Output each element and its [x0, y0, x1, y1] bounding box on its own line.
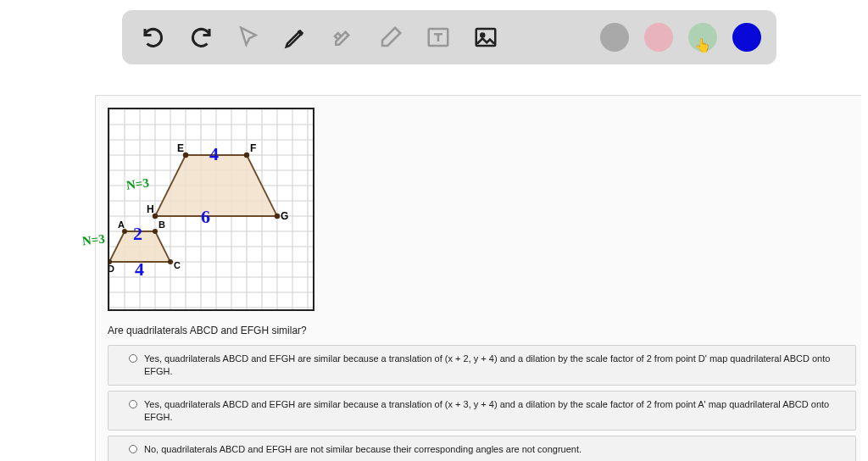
radio-icon[interactable]	[129, 354, 137, 363]
radio-icon[interactable]	[129, 445, 137, 453]
option-row[interactable]: Yes, quadrilaterals ABCD and EFGH are si…	[108, 391, 856, 431]
undo-icon[interactable]	[137, 21, 170, 53]
svg-point-2	[481, 34, 484, 37]
geometry-figure: E F G H A B C D 4 6 N=3 2 4 N=3	[108, 108, 314, 311]
color-green[interactable]: 👆	[688, 23, 717, 52]
image-icon[interactable]	[470, 21, 502, 53]
svg-text:D: D	[109, 264, 114, 274]
svg-text:H: H	[147, 203, 154, 215]
radio-icon[interactable]	[129, 400, 137, 408]
svg-text:C: C	[174, 260, 181, 270]
tools-icon[interactable]	[327, 21, 359, 53]
svg-point-44	[168, 259, 173, 264]
grid-svg: E F G H A B C D	[109, 109, 313, 309]
redo-icon[interactable]	[185, 21, 217, 53]
option-row[interactable]: Yes, quadrilaterals ABCD and EFGH are si…	[108, 345, 856, 386]
pencil-icon[interactable]	[280, 21, 312, 53]
content-panel: E F G H A B C D 4 6 N=3 2 4 N=3 Are quad…	[95, 95, 861, 461]
svg-point-35	[275, 214, 280, 219]
toolbar: 👆	[122, 10, 776, 64]
answer-options: Yes, quadrilaterals ABCD and EFGH are si…	[108, 345, 861, 461]
option-text: Yes, quadrilaterals ABCD and EFGH are si…	[144, 353, 835, 378]
svg-text:F: F	[250, 142, 256, 154]
pointer-icon[interactable]	[232, 21, 264, 53]
svg-text:B: B	[159, 219, 165, 230]
color-blue[interactable]	[732, 23, 761, 52]
cursor-hand-icon: 👆	[694, 37, 711, 53]
svg-text:A: A	[118, 219, 125, 230]
svg-text:E: E	[177, 142, 184, 154]
question-text: Are quadrilaterals ABCD and EFGH similar…	[108, 325, 861, 336]
option-text: No, quadrilaterals ABCD and EFGH are not…	[144, 443, 835, 456]
textbox-icon[interactable]	[422, 21, 454, 53]
svg-text:G: G	[281, 210, 288, 222]
svg-point-43	[153, 229, 158, 234]
option-row[interactable]: No, quadrilaterals ABCD and EFGH are not…	[108, 436, 856, 461]
option-text: Yes, quadrilaterals ABCD and EFGH are si…	[144, 398, 835, 424]
eraser-icon[interactable]	[375, 21, 407, 53]
annot-small-side: N=3	[81, 232, 106, 249]
color-pink[interactable]	[644, 23, 673, 52]
color-grey[interactable]	[600, 23, 629, 52]
svg-point-34	[244, 153, 249, 158]
